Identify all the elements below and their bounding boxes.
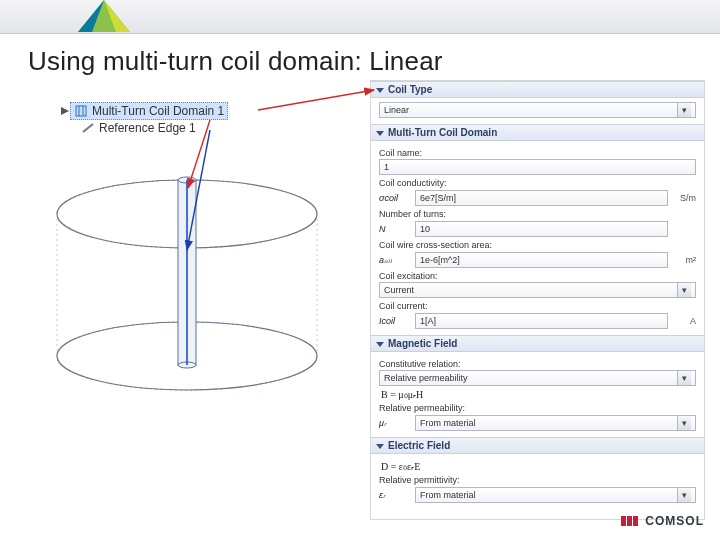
page-title: Using multi-turn coil domain: Linear [28, 46, 720, 77]
section-magnetic-field[interactable]: Magnetic Field [371, 335, 704, 352]
equation-b: B = μ₀μᵣH [381, 389, 696, 400]
svg-rect-29 [633, 516, 638, 526]
svg-marker-20 [376, 342, 384, 347]
section-label: Magnetic Field [388, 338, 457, 349]
wire-area-input[interactable]: 1e-6[m^2] [415, 252, 668, 268]
coil-current-input[interactable]: 1[A] [415, 313, 668, 329]
symbol: Icoil [379, 316, 409, 326]
rel-permittivity-label: Relative permittivity: [379, 475, 696, 485]
top-bar [0, 0, 720, 34]
svg-rect-28 [627, 516, 632, 526]
chevron-down-icon [376, 129, 384, 137]
coil-excitation-label: Coil excitation: [379, 271, 696, 281]
svg-rect-4 [76, 106, 86, 116]
number-turns-input[interactable]: 10 [415, 221, 668, 237]
number-turns-label: Number of turns: [379, 209, 696, 219]
input-value: 10 [420, 224, 430, 234]
section-coil-type[interactable]: Coil Type [371, 81, 704, 98]
chevron-down-icon: ▾ [677, 103, 691, 117]
settings-panel: Coil Type Linear ▾ Multi-Turn Coil Domai… [370, 80, 705, 520]
chevron-down-icon: ▾ [677, 416, 691, 430]
app-logo [78, 0, 130, 32]
rel-permittivity-select[interactable]: From material ▾ [415, 487, 696, 503]
chevron-down-icon: ▾ [677, 283, 691, 297]
brand-text: COMSOL [645, 514, 704, 528]
svg-line-7 [83, 124, 93, 132]
unit: m² [674, 255, 696, 265]
coil-conductivity-label: Coil conductivity: [379, 178, 696, 188]
unit: A [674, 316, 696, 326]
section-label: Coil Type [388, 84, 432, 95]
coil-name-label: Coil name: [379, 148, 696, 158]
svg-marker-21 [376, 444, 384, 449]
constitutive-relation-label: Constitutive relation: [379, 359, 696, 369]
tree-item-label: Reference Edge 1 [99, 121, 196, 135]
brand-mark-icon [621, 515, 639, 527]
coil-type-select[interactable]: Linear ▾ [379, 102, 696, 118]
tree-item-label: Multi-Turn Coil Domain 1 [92, 104, 224, 118]
edge-icon [81, 121, 95, 135]
unit: S/m [674, 193, 696, 203]
input-value: 1 [384, 162, 389, 172]
select-value: Current [384, 285, 414, 295]
constitutive-relation-select[interactable]: Relative permeability ▾ [379, 370, 696, 386]
rel-permeability-label: Relative permeability: [379, 403, 696, 413]
chevron-down-icon: ▾ [677, 371, 691, 385]
select-value: Linear [384, 105, 409, 115]
model-tree: Multi-Turn Coil Domain 1 Reference Edge … [60, 102, 255, 136]
symbol: μᵣ [379, 418, 409, 428]
tree-expander[interactable] [60, 106, 70, 116]
symbol: aₒᵢₗ [379, 255, 409, 265]
symbol: N [379, 224, 409, 234]
wire-area-label: Coil wire cross-section area: [379, 240, 696, 250]
chevron-down-icon [376, 340, 384, 348]
input-value: 1[A] [420, 316, 436, 326]
geometry-diagram [22, 150, 352, 430]
coil-current-label: Coil current: [379, 301, 696, 311]
tree-item-multi-turn-coil-domain[interactable]: Multi-Turn Coil Domain 1 [70, 102, 228, 120]
section-label: Electric Field [388, 440, 450, 451]
chevron-down-icon [376, 86, 384, 94]
domain-icon [74, 104, 88, 118]
section-electric-field[interactable]: Electric Field [371, 437, 704, 454]
svg-marker-18 [376, 88, 384, 93]
symbol: σcoil [379, 193, 409, 203]
coil-name-input[interactable]: 1 [379, 159, 696, 175]
equation-d: D = ε₀εᵣE [381, 461, 696, 472]
svg-marker-19 [376, 131, 384, 136]
chevron-down-icon: ▾ [677, 488, 691, 502]
coil-conductivity-input[interactable]: 6e7[S/m] [415, 190, 668, 206]
chevron-down-icon [376, 442, 384, 450]
brand-comsol: COMSOL [621, 514, 704, 528]
select-value: From material [420, 490, 476, 500]
select-value: Relative permeability [384, 373, 468, 383]
tree-item-reference-edge[interactable]: Reference Edge 1 [78, 120, 199, 136]
input-value: 1e-6[m^2] [420, 255, 460, 265]
select-value: From material [420, 418, 476, 428]
svg-marker-3 [61, 107, 69, 115]
rel-permeability-select[interactable]: From material ▾ [415, 415, 696, 431]
svg-rect-27 [621, 516, 626, 526]
section-multi-turn-coil[interactable]: Multi-Turn Coil Domain [371, 124, 704, 141]
coil-excitation-select[interactable]: Current ▾ [379, 282, 696, 298]
input-value: 6e7[S/m] [420, 193, 456, 203]
symbol: εᵣ [379, 490, 409, 500]
section-label: Multi-Turn Coil Domain [388, 127, 497, 138]
